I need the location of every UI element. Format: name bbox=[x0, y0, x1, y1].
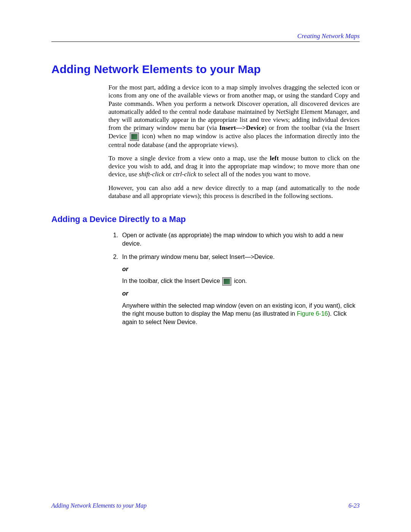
step-2-alt-1: In the toolbar, click the Insert Device … bbox=[122, 277, 360, 286]
footer-left: Adding Network Elements to your Map bbox=[51, 502, 147, 509]
footer-page-number: 6-23 bbox=[349, 502, 360, 509]
steps-list: Open or activate (as appropriate) the ma… bbox=[108, 231, 360, 326]
page-footer: Adding Network Elements to your Map 6-23 bbox=[51, 502, 360, 509]
step-1: Open or activate (as appropriate) the ma… bbox=[120, 231, 360, 248]
page: Creating Network Maps Adding Network Ele… bbox=[0, 0, 411, 532]
or-separator: or bbox=[122, 265, 360, 273]
step-2: In the primary window menu bar, select I… bbox=[120, 253, 360, 326]
step-2-alt-2: Anywhere within the selected map window … bbox=[122, 302, 360, 326]
or-separator: or bbox=[122, 289, 360, 298]
figure-reference[interactable]: Figure 6-16 bbox=[297, 310, 328, 317]
insert-device-icon bbox=[222, 277, 231, 286]
paragraph-1: For the most part, adding a device icon … bbox=[108, 83, 360, 149]
page-title: Adding Network Elements to your Map bbox=[51, 63, 360, 76]
running-title: Creating Network Maps bbox=[297, 32, 360, 40]
paragraph-3: However, you can also add a new device d… bbox=[108, 184, 360, 200]
insert-device-icon bbox=[130, 133, 139, 141]
body-content: For the most part, adding a device icon … bbox=[108, 83, 360, 200]
sub-heading: Adding a Device Directly to a Map bbox=[51, 214, 360, 224]
paragraph-2: To move a single device from a view onto… bbox=[108, 154, 360, 179]
running-header: Creating Network Maps bbox=[51, 32, 360, 42]
